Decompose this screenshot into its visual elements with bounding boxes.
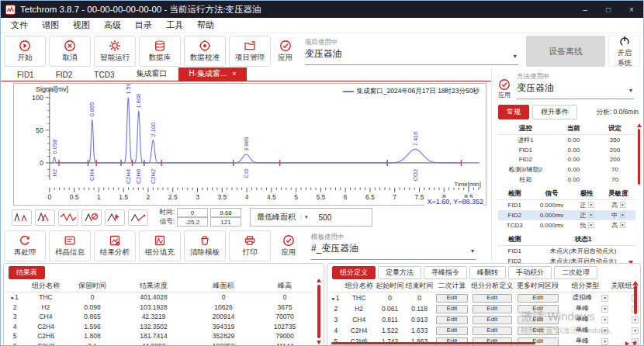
tab-fid2[interactable]: FID2 [46,70,83,81]
definition-hscrollbar[interactable] [331,341,623,345]
edit-button[interactable]: Edit [473,327,512,335]
toolbar-button-0[interactable]: 开始 [4,36,46,67]
tab-general[interactable]: 常规 [498,105,529,119]
menu-catalog[interactable]: 目录 [128,19,159,31]
scroll-right-icon[interactable] [625,341,629,346]
toolbar2-button-2[interactable]: 结果分析 [94,230,136,261]
results-column-header[interactable]: 峰高 [257,280,313,292]
component-type-select[interactable]: 虚拟峰▾ [562,292,609,303]
edit-button[interactable]: Edit [436,316,467,324]
table-row[interactable]: FID20.00200 [498,155,635,165]
minimize-button[interactable]: – [573,1,597,18]
definition-column-header[interactable]: 二次计算 [435,280,470,292]
def-tab-1[interactable]: 定量方法 [378,266,421,279]
edit-button[interactable]: Edit [518,294,559,303]
time-min-field[interactable]: 0 [177,208,208,217]
edit-button[interactable]: Edit [473,294,512,303]
table-row[interactable]: TCD30.000mv负▾高▾ [498,220,635,230]
menu-chromatogram[interactable]: 谱图 [35,19,66,31]
maximize-button[interactable]: □ [597,1,620,18]
edit-button[interactable]: Edit [518,316,559,324]
template-select[interactable]: 模板使用中 #_变压器油 ▾ [311,233,476,260]
definition-column-header[interactable]: 更多时间区段 [514,280,561,292]
table-row[interactable]: 柱箱0.0070 [498,175,635,185]
chromatogram-panel[interactable]: 05010000.511.522.533.544.555.566.577.588… [13,83,486,206]
table-row[interactable]: 6C2H22.144.989319235241144 [5,341,313,346]
apply-method-button[interactable]: 应用 [498,78,511,99]
edit-button[interactable]: Edit [518,327,559,335]
toolbar-button-5[interactable]: 项目管理 [229,36,271,67]
toolbar2-button-5[interactable]: 打印 [229,230,271,261]
scroll-down-icon[interactable] [632,342,637,346]
close-button[interactable]: × [620,1,643,18]
table-row[interactable]: FID10.000mv正▾高▾ [498,200,635,211]
def-tab-0[interactable]: 组分定义 [332,266,376,279]
signal-min-field[interactable]: -25.2 [177,217,208,227]
def-tab-4[interactable]: 手动积分 [508,266,552,279]
def-tab-3[interactable]: 峰翻转 [469,266,506,279]
table-row[interactable]: 3CH40.8110.913EditEditEdit单峰▾▾ [329,314,640,325]
time-max-field[interactable]: 9.68 [210,208,241,217]
table-row[interactable]: 4C2H41.5221.633EditEditEdit单峰▾▾ [329,325,640,336]
menu-tools[interactable]: 工具 [159,19,190,31]
peak-delete-icon[interactable] [81,209,102,226]
scroll-up-icon[interactable] [317,279,321,282]
tab--[interactable]: 集成窗口 [126,67,177,81]
table-row[interactable]: 2H20.098103.1928106263675 [5,303,313,313]
component-type-select[interactable]: 单峰▾ [562,314,609,325]
definition-column-header[interactable]: 组分类型 [561,280,610,292]
edit-button[interactable]: Edit [436,294,467,303]
table-row[interactable]: 3CH40.86542.321920091470070 [5,312,313,322]
edit-button[interactable]: Edit [518,305,559,313]
toolbar-button-3[interactable]: 数据库 [139,36,181,67]
component-type-select[interactable]: 单峰▾ [562,325,609,336]
tab-fid1[interactable]: FID1 [7,70,44,81]
results-column-header[interactable]: 组分名称 [24,280,68,292]
table-row[interactable]: FID20.000mv正▾中▾ [498,210,635,220]
temperature-scrollbar[interactable] [637,123,641,185]
tab-program-events[interactable]: 程升事件 [532,105,577,119]
definition-column-header[interactable]: 组分名称 [343,280,376,292]
definition-column-header[interactable]: 组分分析定义 [469,280,514,292]
table-row[interactable]: 4C2H41.596132.3502394319102735 [5,322,313,332]
results-scrollbar[interactable] [316,279,322,344]
table-row[interactable]: 进样10.00350 [498,135,635,146]
project-select[interactable]: 项目使用中 变压器油 ▾ [305,38,518,65]
toolbar-button-4[interactable]: 数据校准 [184,36,226,67]
table-row[interactable]: FID10.00200 [498,145,635,155]
edit-button[interactable]: Edit [473,316,512,324]
chevron-down-icon[interactable]: ▾ [620,202,625,208]
definition-vscrollbar[interactable] [632,281,639,339]
toolbar-button-1[interactable]: 取消 [49,36,91,67]
peak-slope-icon[interactable] [128,209,148,226]
def-tab-5[interactable]: 二次处理 [554,266,597,279]
signal-max-field[interactable]: 121 [210,217,241,227]
chevron-down-icon[interactable]: ▾ [588,212,594,218]
toolbar2-button-1[interactable]: 样品信息 [49,230,91,261]
menu-advanced[interactable]: 高级 [97,19,128,31]
peak-single-icon[interactable] [12,209,32,226]
table-row[interactable]: FID1未点火(未开启自动点火) [498,246,635,257]
component-type-select[interactable]: 单峰▾ [562,303,609,314]
menu-view[interactable]: 视图 [66,19,97,31]
min-peak-area-value[interactable]: 500 [313,213,365,222]
tab-close-icon[interactable]: × [232,70,236,78]
scroll-up-icon[interactable] [633,281,638,285]
device-offline-button[interactable]: 设备离线 [526,36,606,67]
table-row[interactable]: 5C2H61.808181.741435282979000 [5,331,313,341]
def-tab-2[interactable]: 寻峰指令 [424,266,467,279]
chevron-down-icon[interactable]: ▾ [620,212,625,218]
toolbar-button-2[interactable]: 智能运行 [94,36,136,67]
table-row[interactable]: 检测3/辅助20.0070 [498,164,635,175]
peak-valley-icon[interactable] [58,209,78,226]
menu-file[interactable]: 文件 [4,19,35,31]
method-select[interactable]: 方法使用中 变压器油 ▾ [517,72,634,99]
peak-marker-icon[interactable] [105,209,125,226]
chevron-down-icon[interactable]: ▾ [588,202,594,208]
table-row[interactable]: 2H20.0610.118EditEditEdit单峰▾▾ [329,303,640,314]
apply-template-button[interactable]: 应用 [274,230,303,261]
power-button[interactable]: 开启系统 [608,36,640,67]
table-row[interactable]: ▸1THC0401.402800 [5,292,313,303]
tab-tcd3[interactable]: TCD3 [84,70,124,81]
table-row[interactable]: ▸1THC00EditEditEdit虚拟峰▾▾ [329,292,640,304]
